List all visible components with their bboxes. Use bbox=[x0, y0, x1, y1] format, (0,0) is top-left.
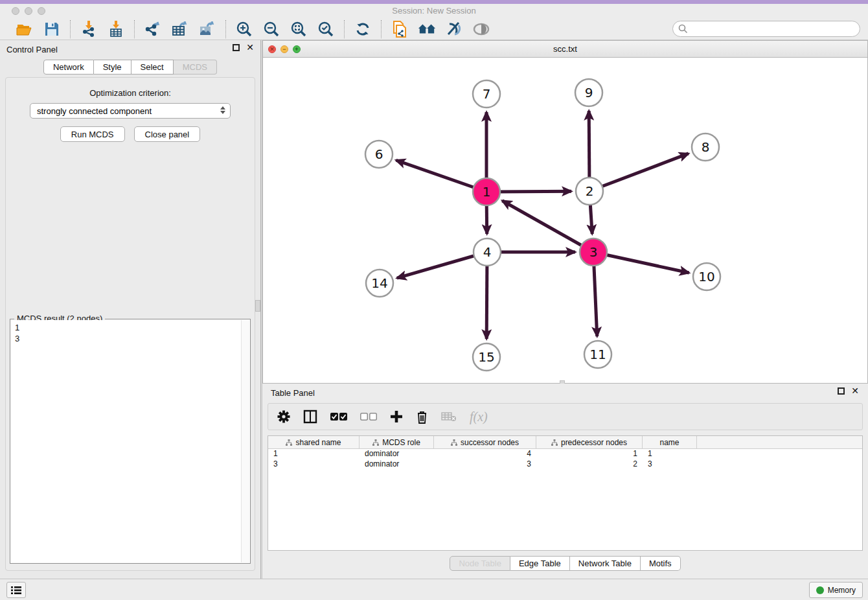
node-9[interactable]: 9 bbox=[575, 79, 602, 106]
home-levels-icon[interactable] bbox=[418, 20, 436, 38]
node-14[interactable]: 14 bbox=[366, 270, 393, 297]
network-window-titlebar[interactable]: ✕ − + scc.txt bbox=[263, 41, 867, 58]
cell-shared-name[interactable]: 1 bbox=[268, 449, 360, 459]
criterion-select[interactable]: strongly connected component bbox=[30, 103, 231, 119]
column-header-MCDS-role[interactable]: MCDS role bbox=[360, 436, 434, 448]
node-2[interactable]: 2 bbox=[576, 178, 603, 205]
select-all-checks-icon[interactable] bbox=[330, 413, 347, 421]
node-3[interactable]: 3 bbox=[580, 238, 607, 266]
export-network-icon[interactable] bbox=[144, 20, 162, 38]
float-table-panel-icon[interactable] bbox=[838, 387, 845, 395]
node-11[interactable]: 11 bbox=[584, 341, 611, 368]
delete-table-icon[interactable] bbox=[441, 411, 457, 422]
network-canvas[interactable]: 7968124314101511 bbox=[263, 58, 867, 383]
close-panel-button[interactable]: Close panel bbox=[134, 126, 201, 142]
svg-text:10: 10 bbox=[698, 269, 714, 284]
close-table-panel-icon[interactable]: ✕ bbox=[851, 387, 859, 395]
zoom-fit-icon[interactable] bbox=[290, 20, 308, 38]
zoom-in-icon[interactable] bbox=[235, 20, 253, 38]
main-toolbar bbox=[0, 18, 868, 40]
deselect-all-checks-icon[interactable] bbox=[360, 413, 377, 421]
status-bar: Memory bbox=[0, 579, 868, 600]
application-window: Session: New Session bbox=[0, 0, 868, 600]
control-panel-title: Control Panel bbox=[6, 45, 58, 54]
network-graph[interactable]: 7968124314101511 bbox=[263, 58, 867, 383]
edge-3-1[interactable] bbox=[502, 201, 593, 252]
tab-edge-table[interactable]: Edge Table bbox=[510, 556, 570, 571]
hierarchy-icon bbox=[372, 439, 379, 446]
float-panel-icon[interactable] bbox=[233, 44, 240, 51]
task-history-button[interactable] bbox=[6, 582, 26, 598]
node-6[interactable]: 6 bbox=[365, 141, 393, 168]
cell-successor-nodes[interactable]: 3 bbox=[434, 459, 536, 470]
node-7[interactable]: 7 bbox=[473, 80, 500, 108]
open-session-icon[interactable] bbox=[16, 20, 34, 38]
cell-successor-nodes[interactable]: 4 bbox=[434, 449, 536, 459]
control-panel-tabs: NetworkStyleSelectMCDS bbox=[0, 60, 260, 75]
edge-3-10[interactable] bbox=[593, 252, 689, 273]
table-panel: Table Panel ✕ bbox=[262, 384, 868, 579]
node-table[interactable]: shared nameMCDS rolesuccessor nodesprede… bbox=[268, 435, 863, 551]
table-row[interactable]: 3dominator323 bbox=[268, 459, 862, 470]
export-image-icon[interactable] bbox=[198, 20, 216, 38]
svg-text:9: 9 bbox=[585, 85, 593, 100]
cell-predecessor-nodes[interactable]: 1 bbox=[536, 449, 643, 459]
optimization-criterion-label: Optimization criterion: bbox=[6, 88, 255, 98]
tab-motifs[interactable]: Motifs bbox=[641, 556, 681, 571]
search-input[interactable] bbox=[688, 23, 860, 36]
tab-node-table[interactable]: Node Table bbox=[450, 556, 510, 571]
add-icon[interactable] bbox=[390, 410, 403, 423]
edge-2-8[interactable] bbox=[589, 154, 689, 191]
list-icon bbox=[11, 586, 21, 595]
cell-name[interactable]: 3 bbox=[643, 459, 697, 470]
svg-text:6: 6 bbox=[375, 146, 383, 162]
node-10[interactable]: 10 bbox=[693, 263, 720, 290]
tab-select[interactable]: Select bbox=[131, 60, 174, 75]
run-mcds-button[interactable]: Run MCDS bbox=[60, 126, 125, 142]
node-15[interactable]: 15 bbox=[473, 343, 500, 371]
cell-shared-name[interactable]: 3 bbox=[268, 459, 360, 470]
tab-mcds[interactable]: MCDS bbox=[174, 60, 217, 75]
result-scrollbar[interactable] bbox=[241, 320, 249, 562]
eye-icon[interactable] bbox=[472, 20, 490, 38]
tab-network-table[interactable]: Network Table bbox=[570, 556, 641, 571]
window-title: Session: New Session bbox=[0, 6, 868, 16]
node-1[interactable]: 1 bbox=[473, 178, 500, 205]
import-table-icon[interactable] bbox=[107, 20, 125, 38]
cell-MCDS-role[interactable]: dominator bbox=[360, 459, 434, 470]
export-table-icon[interactable] bbox=[171, 20, 189, 38]
splitter-handle[interactable] bbox=[255, 300, 260, 312]
svg-text:2: 2 bbox=[586, 183, 594, 199]
mcds-result-text[interactable]: 1 3 bbox=[11, 320, 241, 562]
cell-name[interactable]: 1 bbox=[643, 449, 697, 459]
duplicate-network-icon[interactable] bbox=[391, 20, 409, 38]
node-4[interactable]: 4 bbox=[474, 238, 501, 266]
column-header-name[interactable]: name bbox=[643, 436, 697, 448]
node-8[interactable]: 8 bbox=[692, 133, 719, 161]
cell-predecessor-nodes[interactable]: 2 bbox=[536, 459, 643, 470]
function-icon[interactable]: f(x) bbox=[470, 410, 488, 424]
trash-icon[interactable] bbox=[416, 410, 428, 424]
zoom-selected-icon[interactable] bbox=[317, 20, 335, 38]
save-session-icon[interactable] bbox=[43, 20, 61, 38]
svg-text:8: 8 bbox=[702, 139, 710, 155]
column-header-shared-name[interactable]: shared name bbox=[268, 436, 360, 448]
vizmapper-icon[interactable] bbox=[445, 20, 463, 38]
tab-style[interactable]: Style bbox=[94, 60, 131, 75]
gear-icon[interactable] bbox=[277, 410, 290, 423]
column-header-predecessor-nodes[interactable]: predecessor nodes bbox=[536, 436, 643, 448]
table-body: 1dominator4113dominator323 bbox=[268, 449, 862, 470]
column-header-successor-nodes[interactable]: successor nodes bbox=[434, 436, 536, 448]
select-stepper-icon bbox=[220, 106, 225, 114]
table-header-row: shared nameMCDS rolesuccessor nodesprede… bbox=[268, 436, 862, 449]
memory-button[interactable]: Memory bbox=[809, 582, 863, 598]
table-row[interactable]: 1dominator411 bbox=[268, 449, 862, 459]
tab-network[interactable]: Network bbox=[43, 60, 94, 75]
refresh-icon[interactable] bbox=[354, 20, 372, 38]
split-column-icon[interactable] bbox=[303, 410, 317, 424]
zoom-out-icon[interactable] bbox=[262, 20, 280, 38]
cell-MCDS-role[interactable]: dominator bbox=[360, 449, 434, 459]
import-network-icon[interactable] bbox=[80, 20, 98, 38]
close-panel-icon[interactable]: ✕ bbox=[246, 44, 254, 51]
search-field[interactable] bbox=[672, 21, 860, 37]
